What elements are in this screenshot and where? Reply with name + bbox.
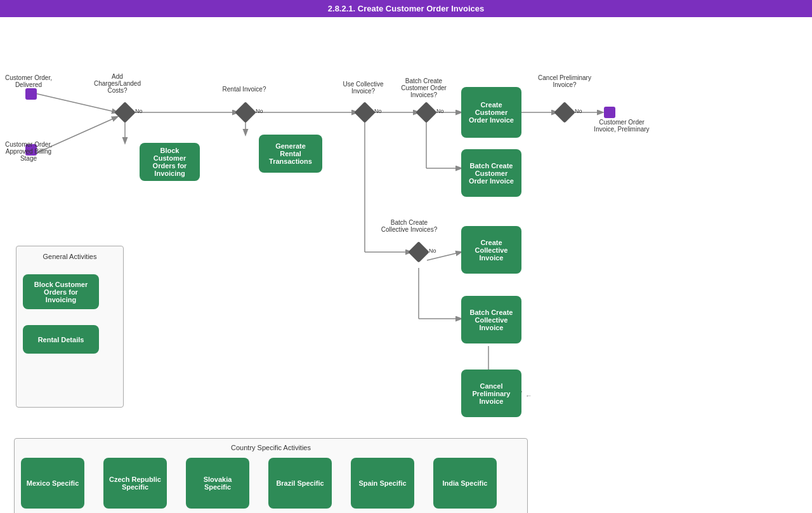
box-generate-rental[interactable]: Generate Rental Transactions: [259, 135, 322, 173]
header: 2.8.2.1. Create Customer Order Invoices: [0, 0, 812, 17]
label-no-6: No: [429, 248, 436, 254]
box-rental-details[interactable]: Rental Details: [23, 325, 99, 354]
main-area: Customer Order, Delivered Customer Order…: [0, 17, 812, 512]
country-activities-box: Country Specific Activities Mexico Speci…: [14, 438, 528, 513]
diamond-batch-collective: [408, 241, 429, 263]
box-batch-collective[interactable]: Batch Create Collective Invoice: [461, 296, 521, 343]
label-no-2: No: [256, 108, 263, 114]
label-no-1: No: [135, 108, 143, 114]
label-batch-collective: Batch Create Collective Invoices?: [381, 219, 438, 233]
legend-box: General Activities Block Customer Orders…: [16, 246, 124, 408]
start-label-1: Customer Order, Delivered: [3, 74, 54, 88]
diamond-batch-co: [416, 102, 437, 123]
svg-line-0: [35, 93, 117, 112]
end-label: Customer Order Invoice, Preliminary: [590, 119, 653, 133]
box-brazil[interactable]: Brazil Specific: [268, 458, 332, 509]
label-cancel-preliminary: Cancel Preliminary Invoice?: [536, 74, 593, 88]
box-slovakia[interactable]: Slovakia Specific: [186, 458, 249, 509]
legend-title: General Activities: [23, 253, 117, 260]
label-rental-invoice: Rental Invoice?: [222, 86, 266, 93]
label-no-4: No: [436, 108, 444, 114]
box-czech[interactable]: Czech Republic Specific: [103, 458, 167, 509]
diamond-add-charges: [114, 102, 136, 123]
box-block-orders[interactable]: Block Customer Orders for Invoicing: [23, 274, 99, 309]
start-label-2: Customer Order, Approved Billing Stage: [0, 141, 57, 162]
label-add-charges: Add Charges/Landed Costs?: [89, 73, 146, 94]
box-create-collective[interactable]: Create Collective Invoice: [461, 226, 521, 274]
box-cancel-preliminary[interactable]: Cancel Preliminary Invoice: [461, 370, 521, 417]
box-add-sales-charges[interactable]: Block Customer Orders for Invoicing: [140, 143, 200, 181]
diamond-cancel-preliminary: [554, 102, 575, 123]
box-mexico[interactable]: Mexico Specific: [21, 458, 84, 509]
box-create-co-invoice[interactable]: Create Customer Order Invoice: [461, 87, 521, 138]
country-activities-label: Country Specific Activities: [20, 444, 522, 451]
label-use-collective: Use Collective Invoice?: [339, 81, 387, 95]
box-batch-co-invoice[interactable]: Batch Create Customer Order Invoice: [461, 149, 521, 197]
label-no-5: No: [575, 108, 582, 114]
diamond-rental-invoice: [235, 102, 256, 123]
box-spain[interactable]: Spain Specific: [351, 458, 414, 509]
label-no-3: No: [374, 108, 382, 114]
start-node-1: [25, 88, 37, 100]
end-node: [604, 107, 615, 118]
label-batch-co: Batch Create Customer Order Invoices?: [398, 77, 449, 98]
diamond-use-collective: [354, 102, 376, 123]
box-india[interactable]: India Specific: [433, 458, 497, 509]
